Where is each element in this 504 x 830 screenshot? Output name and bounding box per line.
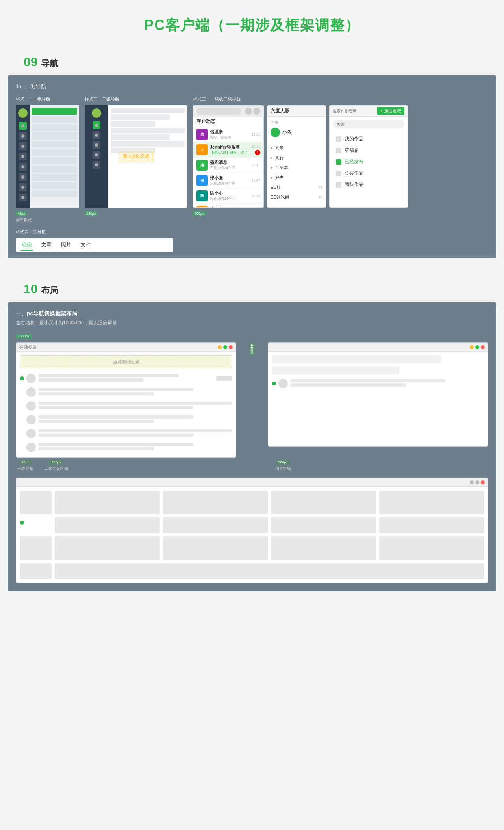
- sidebar-icon-2[interactable]: [19, 132, 27, 140]
- tab-item-photos[interactable]: 照片: [60, 240, 72, 251]
- sidebar-icon-8[interactable]: [19, 194, 27, 201]
- list-row-3: [20, 400, 232, 412]
- sidebar-item-9[interactable]: [32, 182, 77, 189]
- chat-preview-5: 无意义的24个字: [210, 196, 249, 201]
- style2-nav: 重点突出区域: [85, 105, 187, 208]
- menu-item-drafts[interactable]: 草稿箱: [330, 145, 408, 156]
- list-row-4: [20, 414, 232, 426]
- sidebar-item-4[interactable]: [32, 141, 77, 148]
- wf-block-s5: [379, 536, 484, 560]
- tree-friends[interactable]: 好友: [267, 173, 326, 182]
- chat-item-1[interactable]: 信 信愿来 你好、你在哪 15:21: [193, 127, 263, 142]
- chat-avatar-6: 小: [196, 206, 208, 208]
- sidebar-item-3[interactable]: [32, 132, 77, 140]
- chat-item-5[interactable]: 陈 陈小小 无意义的24个字 14:43: [193, 188, 263, 204]
- my-works-icon: [336, 136, 341, 142]
- chat-item-6[interactable]: 小 小圆圆 无意义的24个字 13:47: [193, 204, 263, 208]
- spacer-5: [20, 432, 24, 435]
- close-btn-1[interactable]: [229, 345, 233, 349]
- tree-ec-discuss[interactable]: EC讨论组 75: [267, 192, 326, 202]
- tree-classmates[interactable]: 同学: [267, 143, 326, 153]
- section-title-09: 导航: [41, 58, 58, 69]
- section-10-header: 10 布局: [0, 274, 504, 302]
- sidebar-item-6[interactable]: [32, 157, 77, 164]
- list-text-3: [38, 402, 232, 410]
- sidebar-icon-dot-3: [21, 145, 24, 148]
- wf-close-btn[interactable]: [481, 480, 485, 484]
- sidebar-item-active[interactable]: [32, 108, 77, 115]
- people-item-xiaoyi[interactable]: 小依: [267, 126, 326, 139]
- wf-content-right: [55, 517, 484, 533]
- tab-item-updates[interactable]: 动态: [21, 240, 33, 251]
- wf-third-row: [20, 563, 484, 579]
- tree-ec-count: 75: [319, 186, 322, 190]
- sidebar-icon-3[interactable]: [19, 142, 27, 150]
- right-panel-search: [330, 117, 408, 132]
- sidebar-icon-1[interactable]: [19, 122, 27, 130]
- minimize-btn-1[interactable]: [218, 345, 222, 349]
- menu-list: 我的作品 草稿箱 已经发布 公共作品: [330, 132, 408, 192]
- wf-min-btn[interactable]: [470, 480, 474, 484]
- chat-item-4[interactable]: 张 张小圆 从意义的24个字 14:57: [193, 173, 263, 188]
- tree-peers[interactable]: 同行: [267, 153, 326, 163]
- published-icon: [336, 159, 341, 165]
- people-name-xiaoyi: 小依: [282, 129, 292, 136]
- close-btn-2[interactable]: [481, 345, 485, 349]
- maximize-btn-2[interactable]: [475, 345, 479, 349]
- sidebar-item-7[interactable]: [32, 166, 77, 173]
- wf-max-btn[interactable]: [475, 480, 479, 484]
- sidebar-icon-6[interactable]: [19, 173, 27, 181]
- style2-icon-3[interactable]: [93, 141, 100, 149]
- menu-item-public-works[interactable]: 公共作品: [330, 167, 408, 179]
- spacer-6: [20, 445, 24, 449]
- sidebar-icon-5[interactable]: [19, 163, 27, 171]
- chat-search-box[interactable]: [196, 108, 241, 115]
- section-number-09: 09: [24, 55, 38, 69]
- tab-item-files[interactable]: 文件: [80, 240, 92, 251]
- tree-ec-group[interactable]: EC群 75: [267, 182, 326, 192]
- style2-size-badge: 280px: [85, 211, 98, 216]
- style2-icon-1[interactable]: [93, 121, 100, 129]
- chat-item-3[interactable]: 蒲 蒲宾消息 无意义的24个字 15:11: [193, 158, 263, 173]
- sidebar-item-5[interactable]: [32, 149, 77, 156]
- style1-nav: [16, 105, 79, 208]
- menu-item-my-works[interactable]: 我的作品: [330, 133, 408, 145]
- wireframe-body: [16, 487, 488, 583]
- minimize-btn-2[interactable]: [470, 345, 474, 349]
- sidebar-icon-dot-2: [21, 134, 24, 138]
- sidebar-icon-7[interactable]: [19, 183, 27, 191]
- menu-item-published[interactable]: 已经发布: [330, 156, 408, 167]
- sidebar-item-10[interactable]: [32, 190, 77, 197]
- maximize-btn-1[interactable]: [223, 345, 227, 349]
- sidebar-item-1[interactable]: [32, 116, 77, 123]
- content-rows: [111, 108, 185, 153]
- sidebar-item-8[interactable]: [32, 174, 77, 181]
- dim-label-nav1: 48px: [16, 460, 35, 465]
- chat-info-4: 张小圆 从意义的24个字: [210, 175, 249, 186]
- menu-item-team-works[interactable]: 团队作品: [330, 179, 408, 190]
- wf-block-4: [271, 491, 376, 514]
- menu-label-drafts: 草稿箱: [345, 147, 359, 154]
- wf-top-row: [20, 491, 484, 514]
- right-search-input[interactable]: [333, 120, 404, 128]
- chat-time-1: 15:21: [251, 132, 260, 136]
- window-1-content: 重点突出区域: [16, 352, 236, 457]
- tab-item-articles[interactable]: 文章: [41, 240, 52, 251]
- layout-subsection-title: 一、pc导航切换框架布局: [16, 310, 488, 317]
- wf-block-5: [379, 491, 484, 514]
- w2-list-avatar: [278, 379, 288, 388]
- tree-product-group[interactable]: 产品群: [267, 163, 326, 173]
- right-header-title: 搜索作作记录: [333, 108, 356, 114]
- wf-content-rows: [55, 517, 484, 533]
- add-friend-button[interactable]: + 加朋友吧: [377, 107, 404, 115]
- sidebar-col2: [30, 105, 79, 208]
- sidebar-icon-4[interactable]: [19, 153, 27, 160]
- list-line-2a: [38, 388, 193, 391]
- style2-icon-4[interactable]: [93, 151, 100, 159]
- sidebar-item-2[interactable]: [32, 124, 77, 131]
- style4-wrapper: 样式四：顶导航 动态 文章 照片 文件: [16, 229, 488, 252]
- green-dot-1: [20, 376, 24, 380]
- style2-icon-5[interactable]: [93, 161, 100, 169]
- chat-item-2[interactable]: J Jennifer轻益著 【进入A群】进行：你了 15:11 1: [193, 142, 263, 158]
- style2-icon-2[interactable]: [93, 131, 100, 139]
